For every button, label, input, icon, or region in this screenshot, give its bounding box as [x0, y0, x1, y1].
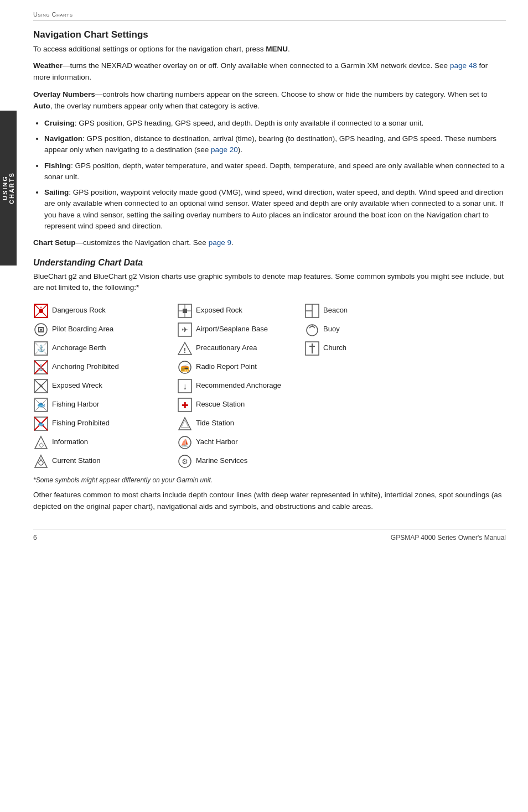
- page20-link[interactable]: page 20: [211, 145, 238, 154]
- tide-station-label: Tide Station: [196, 419, 234, 428]
- symbol-rescue-station: ✚ Rescue Station: [177, 395, 304, 414]
- overlay-para: Overlay Numbers—controls how charting nu…: [33, 89, 506, 112]
- main-content: Using Charts Navigation Chart Settings T…: [17, 0, 528, 812]
- bullet-sailing: Sailing: GPS position, waypoint velocity…: [44, 187, 506, 232]
- page-number: 6: [33, 534, 37, 542]
- svg-text:+: +: [40, 305, 42, 309]
- fishing-harbor-label: Fishing Harbor: [52, 400, 99, 409]
- svg-text:⚓: ⚓: [37, 363, 45, 371]
- symbol-recommended-anchorage: ↓ Recommended Anchorage: [177, 377, 304, 395]
- svg-text:🐟: 🐟: [37, 400, 45, 409]
- symbol-exposed-wreck: ✕ Exposed Wreck: [33, 377, 177, 395]
- exposed-wreck-label: Exposed Wreck: [52, 381, 102, 391]
- symbol-church: Church: [304, 339, 415, 358]
- pilot-boarding-icon: [33, 322, 49, 337]
- symbol-col-3: Beacon Buoy: [304, 301, 415, 471]
- symbol-precautionary-area: ! Precautionary Area: [177, 339, 304, 358]
- svg-point-8: [40, 329, 42, 331]
- page9-link[interactable]: page 9: [209, 238, 231, 247]
- exposed-rock-icon: [177, 303, 193, 319]
- svg-text:!: !: [184, 346, 186, 355]
- symbol-airport-seaplane: ✈ Airport/Seaplane Base: [177, 320, 304, 339]
- symbols-footnote: *Some symbols might appear differently o…: [33, 476, 506, 484]
- anchoring-prohibited-icon: ⚓: [33, 360, 49, 375]
- tide-station-icon: [177, 416, 193, 431]
- svg-point-32: [39, 461, 43, 465]
- svg-text:✕: ✕: [38, 382, 44, 390]
- anchorage-berth-icon: ⚓: [33, 341, 49, 356]
- fishing-prohibited-label: Fishing Prohibited: [52, 419, 110, 428]
- section1-title: Navigation Chart Settings: [33, 29, 506, 40]
- svg-text:⚓: ⚓: [37, 344, 45, 352]
- svg-text:✈: ✈: [182, 325, 188, 334]
- symbol-current-station: Current Station: [33, 452, 177, 471]
- precautionary-area-label: Precautionary Area: [196, 343, 257, 353]
- bullet-fishing: Fishing: GPS position, depth, water temp…: [44, 160, 506, 183]
- symbol-tide-station: Tide Station: [177, 414, 304, 433]
- symbol-marine-services: ⚙ Marine Services: [177, 452, 304, 471]
- yacht-harbor-label: Yacht Harbor: [196, 438, 238, 447]
- precautionary-area-icon: !: [177, 341, 193, 356]
- symbol-beacon: Beacon: [304, 301, 415, 320]
- symbol-yacht-harbor: ⛵ Yacht Harbor: [177, 433, 304, 452]
- weather-para: Weather—turns the NEXRAD weather overlay…: [33, 60, 506, 84]
- marine-services-label: Marine Services: [196, 456, 247, 466]
- beacon-label: Beacon: [323, 306, 348, 315]
- side-tab-line2: Charts: [8, 172, 15, 204]
- pilot-boarding-label: Pilot Boarding Area: [52, 325, 113, 334]
- svg-text:⚙: ⚙: [182, 457, 188, 466]
- breadcrumb: Using Charts: [33, 11, 506, 20]
- symbol-radio-report: 📻 Radio Report Point: [177, 358, 304, 377]
- current-station-label: Current Station: [52, 456, 100, 466]
- fishing-prohibited-icon: 🐟: [33, 416, 49, 431]
- airport-seaplane-icon: ✈: [177, 322, 193, 337]
- section2-intro: BlueChart g2 and BlueChart g2 Vision cha…: [33, 271, 506, 294]
- symbol-col-2: Exposed Rock ✈ Airport/Seaplane Base: [177, 301, 304, 471]
- symbol-dangerous-rock: + Dangerous Rock: [33, 301, 177, 320]
- radio-report-label: Radio Report Point: [196, 362, 257, 372]
- recommended-anchorage-label: Recommended Anchorage: [196, 381, 281, 391]
- overlay-bullets: Cruising: GPS position, GPS heading, GPS…: [44, 118, 506, 232]
- manual-title: GPSMAP 4000 Series Owner's Manual: [391, 534, 506, 542]
- svg-text:📻: 📻: [180, 363, 190, 372]
- dangerous-rock-label: Dangerous Rock: [52, 306, 106, 315]
- radio-report-icon: 📻: [177, 360, 193, 375]
- buoy-icon: [304, 322, 320, 337]
- current-station-icon: [33, 454, 49, 469]
- church-label: Church: [323, 343, 346, 353]
- svg-text:◇: ◇: [39, 441, 44, 449]
- svg-point-3: [39, 309, 43, 313]
- svg-marker-49: [181, 420, 188, 427]
- symbol-information: ◇ Information: [33, 433, 177, 452]
- svg-text:🐟: 🐟: [38, 420, 45, 428]
- page-footer: 6 GPSMAP 4000 Series Owner's Manual: [33, 529, 506, 542]
- side-tab: Using Charts: [0, 111, 17, 266]
- buoy-label: Buoy: [323, 325, 340, 334]
- yacht-harbor-icon: ⛵: [177, 435, 193, 450]
- symbols-grid: + Dangerous Rock Pilot Boardi: [33, 301, 506, 471]
- symbol-buoy: Buoy: [304, 320, 415, 339]
- chart-setup-para: Chart Setup—customizes the Navigation ch…: [33, 237, 506, 249]
- symbol-fishing-harbor: 🐟 Fishing Harbor: [33, 395, 177, 414]
- information-label: Information: [52, 438, 88, 447]
- symbol-col-1: + Dangerous Rock Pilot Boardi: [33, 301, 177, 471]
- symbol-pilot-boarding: Pilot Boarding Area: [33, 320, 177, 339]
- information-icon: ◇: [33, 435, 49, 450]
- fishing-harbor-icon: 🐟: [33, 397, 49, 413]
- bullet-navigation: Navigation: GPS position, distance to de…: [44, 133, 506, 156]
- exposed-rock-label: Exposed Rock: [196, 306, 242, 315]
- section2-title: Understanding Chart Data: [33, 258, 506, 268]
- svg-text:✚: ✚: [182, 400, 189, 410]
- anchorage-berth-label: Anchorage Berth: [52, 343, 106, 353]
- dangerous-rock-icon: +: [33, 303, 49, 319]
- rescue-station-label: Rescue Station: [196, 400, 245, 409]
- church-icon: [304, 341, 320, 356]
- page48-link[interactable]: page 48: [450, 61, 477, 70]
- svg-text:⛵: ⛵: [180, 438, 190, 447]
- side-tab-line1: Using: [2, 176, 8, 201]
- symbol-fishing-prohibited: 🐟 Fishing Prohibited: [33, 414, 177, 433]
- bullet-cruising: Cruising: GPS position, GPS heading, GPS…: [44, 118, 506, 129]
- symbol-anchorage-berth: ⚓ Anchorage Berth: [33, 339, 177, 358]
- exposed-wreck-icon: ✕: [33, 378, 49, 394]
- section1-intro: To access additional settings or options…: [33, 44, 506, 55]
